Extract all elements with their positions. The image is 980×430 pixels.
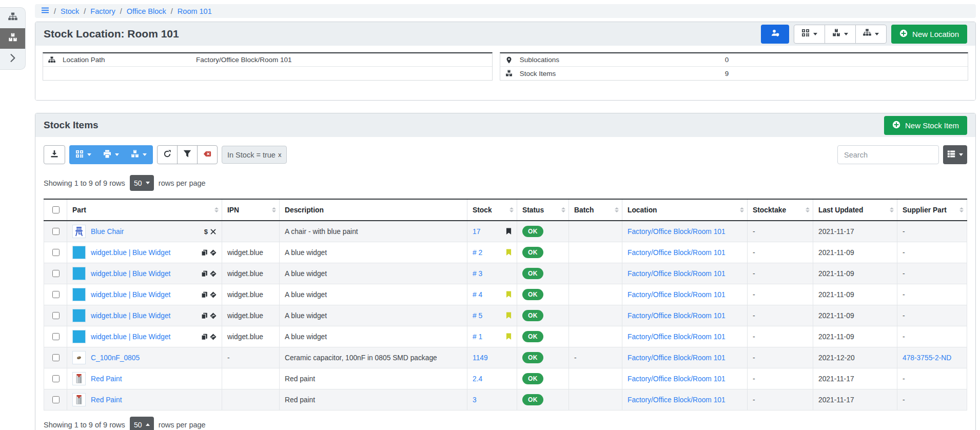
stock-quantity-link[interactable]: # 5 (473, 312, 482, 320)
page-size-dropdown[interactable]: 50 (130, 175, 154, 191)
select-all-checkbox[interactable] (52, 206, 60, 213)
part-thumbnail[interactable] (72, 351, 86, 364)
location-link[interactable]: Factory/Office Block/Room 101 (628, 249, 726, 257)
column-header-part[interactable]: Part (67, 199, 222, 221)
part-link[interactable]: widget.blue | Blue Widget (91, 270, 170, 278)
row-checkbox[interactable] (52, 375, 60, 382)
stock-quantity-link[interactable]: 17 (473, 228, 480, 236)
table-columns-icon (947, 150, 955, 160)
row-checkbox[interactable] (52, 333, 60, 340)
search-input[interactable] (837, 145, 939, 164)
filter-chip-remove[interactable]: x (278, 151, 282, 159)
stock-quantity-link[interactable]: # 4 (473, 291, 482, 299)
download-button[interactable] (44, 145, 65, 164)
breadcrumb-link[interactable]: Room 101 (178, 7, 212, 15)
stock-quantity-link[interactable]: 1149 (473, 354, 488, 362)
sitemap-dropdown-button[interactable] (855, 25, 887, 44)
row-checkbox[interactable] (52, 354, 60, 361)
part-thumbnail[interactable] (72, 288, 86, 301)
breadcrumb-link[interactable]: Office Block (127, 7, 166, 15)
column-header-location[interactable]: Location (622, 199, 748, 221)
location-link[interactable]: Factory/Office Block/Room 101 (628, 228, 726, 236)
column-header-last-updated[interactable]: Last Updated (813, 199, 897, 221)
part-link[interactable]: Red Paint (91, 375, 122, 383)
part-thumbnail[interactable] (72, 225, 86, 238)
part-thumbnail[interactable] (72, 330, 86, 343)
filter-button[interactable] (177, 145, 198, 164)
location-link[interactable]: Factory/Office Block/Room 101 (628, 354, 726, 362)
last-updated-value: 2021-11-09 (818, 249, 854, 257)
stock-quantity-link[interactable]: # 2 (473, 249, 482, 257)
location-link[interactable]: Factory/Office Block/Room 101 (628, 375, 726, 383)
part-link[interactable]: widget.blue | Blue Widget (91, 291, 170, 299)
sidebar-expand-button[interactable] (0, 49, 25, 69)
rows-per-page-text: rows per page (159, 421, 206, 429)
breadcrumb-menu-icon[interactable] (41, 6, 49, 16)
qrcode-icon (75, 150, 84, 160)
part-link[interactable]: widget.blue | Blue Widget (91, 249, 170, 257)
admin-user-button[interactable] (761, 25, 789, 44)
header-actions: New Location (761, 25, 967, 44)
tag-icon (506, 333, 512, 340)
location-link[interactable]: Factory/Office Block/Room 101 (628, 333, 726, 341)
row-checkbox[interactable] (52, 312, 60, 319)
new-stock-item-button[interactable]: New Stock Item (884, 116, 967, 135)
location-link[interactable]: Factory/Office Block/Room 101 (628, 270, 726, 278)
filter-remove-button[interactable] (197, 145, 218, 164)
row-checkbox[interactable] (52, 396, 60, 403)
row-checkbox[interactable] (52, 249, 60, 256)
description-value: Red paint (285, 396, 315, 404)
column-header-stock[interactable]: Stock (467, 199, 517, 221)
sidebar-item-sublocations[interactable] (0, 8, 25, 28)
stock-quantity-link[interactable]: 2.4 (473, 375, 482, 383)
part-link[interactable]: Blue Chair (91, 228, 124, 236)
table-row: Red Paint Red paint 3 OK Factory/Office … (44, 389, 967, 411)
qrcode-dropdown-button[interactable] (794, 25, 825, 44)
column-header-ipn[interactable]: IPN (222, 199, 280, 221)
part-thumbnail[interactable] (72, 393, 86, 406)
location-link[interactable]: Factory/Office Block/Room 101 (628, 291, 726, 299)
part-thumbnail[interactable] (72, 309, 86, 322)
sitemap-icon (48, 56, 63, 64)
part-link[interactable]: C_100nF_0805 (91, 354, 140, 362)
location-link[interactable]: Factory/Office Block/Room 101 (628, 312, 726, 320)
supplier-part-link[interactable]: 478-3755-2-ND (903, 354, 951, 362)
refresh-button[interactable] (157, 145, 178, 164)
row-checkbox[interactable] (52, 228, 60, 235)
stock-quantity-link[interactable]: # 3 (473, 270, 482, 278)
printer-dropdown-button[interactable] (97, 145, 125, 164)
part-link[interactable]: widget.blue | Blue Widget (91, 333, 170, 341)
part-thumbnail[interactable] (72, 372, 86, 385)
sidebar-item-stock[interactable] (0, 28, 25, 49)
column-header-supplier-part[interactable]: Supplier Part (897, 199, 967, 221)
filter-chip[interactable]: In Stock = true x (222, 146, 287, 164)
stock-quantity-link[interactable]: 3 (473, 396, 477, 404)
column-header-stocktake[interactable]: Stocktake (748, 199, 813, 221)
part-link[interactable]: Red Paint (91, 396, 122, 404)
breadcrumb-link[interactable]: Stock (61, 7, 79, 15)
part-icons (201, 312, 217, 319)
breadcrumb-link[interactable]: Factory (90, 7, 115, 15)
column-header-batch[interactable]: Batch (569, 199, 622, 221)
part-thumbnail[interactable] (72, 267, 86, 280)
location-link[interactable]: Factory/Office Block/Room 101 (628, 396, 726, 404)
new-stock-item-label: New Stock Item (905, 121, 959, 130)
columns-button[interactable] (943, 145, 967, 164)
stock-boxes-dropdown-button[interactable] (825, 25, 856, 44)
stock-boxes-dropdown-button[interactable] (125, 145, 153, 164)
pagination-bottom: Showing 1 to 9 of 9 rows 50 rows per pag… (44, 417, 967, 430)
description-value: Ceramic capacitor, 100nF in 0805 SMD pac… (285, 354, 437, 362)
new-location-button[interactable]: New Location (891, 25, 967, 44)
page-size-dropdown[interactable]: 50 (130, 417, 154, 430)
location-stats-panel: Sublocations 0 Stock Items 9 (500, 52, 968, 81)
stock-quantity-link[interactable]: # 1 (473, 333, 482, 341)
stocktake-value: - (753, 333, 755, 341)
qrcode-dropdown-button[interactable] (69, 145, 97, 164)
row-checkbox[interactable] (52, 270, 60, 277)
part-thumbnail[interactable] (72, 246, 86, 259)
user-shield-icon (771, 29, 779, 39)
table-row: Blue Chair $ A chair - with blue paint 1… (44, 221, 967, 242)
row-checkbox[interactable] (52, 291, 60, 298)
part-link[interactable]: widget.blue | Blue Widget (91, 312, 170, 320)
column-header-status[interactable]: Status (517, 199, 569, 221)
